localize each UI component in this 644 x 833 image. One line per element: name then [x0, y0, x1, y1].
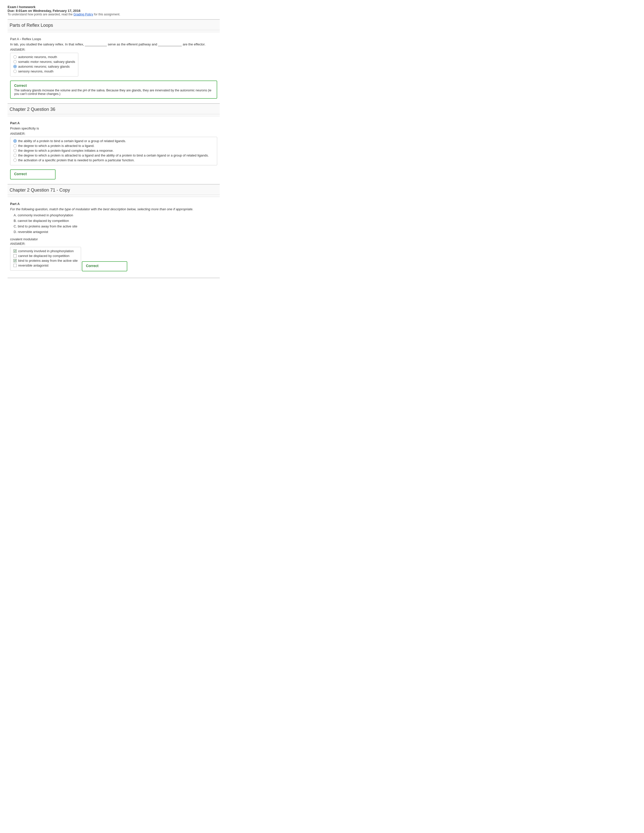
- section1-answer-label: ANSWER:: [10, 48, 217, 51]
- radio-s1-opt2[interactable]: [13, 60, 17, 63]
- section3-partA: Part A For the following question, match…: [8, 198, 220, 276]
- list-item: C. bind to proteins away from the active…: [14, 224, 217, 229]
- list-item[interactable]: ✓ commonly involved in phosphorylation: [13, 249, 78, 253]
- section2-title: Chapter 2 Question 36: [8, 104, 220, 114]
- section3-title: Chapter 2 Question 71 - Copy: [8, 185, 220, 195]
- list-item[interactable]: ✓ bind to proteins away from the active …: [13, 259, 78, 262]
- section3-options: ✓ commonly involved in phosphorylation c…: [10, 247, 81, 270]
- option-text: autonomic neurons; salivary glands: [18, 64, 70, 68]
- section1-divider: [8, 32, 220, 32]
- section-ch2-q36: Chapter 2 Question 36 Part A Protein spe…: [8, 104, 220, 182]
- section3-correct-label: Correct: [86, 264, 123, 268]
- list-item[interactable]: somatic motor neurons; salivary glands: [13, 60, 75, 64]
- section1-options: autonomic neurons, mouth somatic motor n…: [10, 53, 78, 77]
- radio-s2-opt3[interactable]: [13, 149, 17, 152]
- option-text: the degree to which a protein is attract…: [18, 153, 209, 157]
- list-item[interactable]: the degree to which a protein-ligand com…: [13, 149, 214, 153]
- grading-prefix: To understand how points are awarded, re…: [8, 13, 74, 16]
- due-date: Due: 8:01am on Wednesday, February 17, 2…: [8, 9, 220, 13]
- section3-correct-box: Correct: [82, 261, 127, 271]
- grading-info: To understand how points are awarded, re…: [8, 13, 220, 16]
- section1-question: In lab, you studied the salivary reflex.…: [10, 42, 217, 46]
- check-s3-opt2[interactable]: [13, 254, 17, 257]
- section1-correct-box: Correct The salivary glands increase the…: [10, 80, 217, 99]
- radio-s2-opt2[interactable]: [13, 144, 17, 148]
- list-item: B. cannot be displaced by competition: [14, 218, 217, 224]
- list-item[interactable]: the activation of a specific protein tha…: [13, 158, 214, 162]
- option-text: the degree to which a protein-ligand com…: [18, 149, 114, 153]
- list-item: A. commonly involved in phosphorylation: [14, 212, 217, 218]
- radio-s2-opt1[interactable]: [13, 139, 17, 143]
- section2-part-label: Part A: [10, 121, 217, 125]
- section2-options: the ability of a protein to bind a certa…: [10, 137, 217, 165]
- option-text: the ability of a protein to bind a certa…: [18, 139, 126, 143]
- section3-question: For the following question, match the ty…: [10, 207, 217, 211]
- option-text: the activation of a specific protein tha…: [18, 158, 135, 162]
- section-ch2-q71: Chapter 2 Question 71 - Copy Part A For …: [8, 185, 220, 276]
- radio-s2-opt5[interactable]: [13, 159, 17, 162]
- option-text: sensory neurons, mouth: [18, 69, 53, 73]
- check-s3-opt3[interactable]: ✓: [13, 259, 17, 262]
- option-text: cannot be displaced by competition: [18, 254, 69, 258]
- radio-s2-opt4[interactable]: [13, 154, 17, 157]
- option-text: commonly involved in phosphorylation: [18, 249, 74, 253]
- check-s3-opt4[interactable]: [13, 264, 17, 267]
- option-text: reversible antagonist: [18, 264, 48, 267]
- exam-title: Exam I homework: [8, 5, 220, 9]
- section2-answer-label: ANSWER:: [10, 132, 217, 135]
- section3-answer-label: ANSWER:: [10, 242, 217, 246]
- check-s3-opt1[interactable]: ✓: [13, 249, 17, 252]
- section3-list: A. commonly involved in phosphorylation …: [14, 212, 217, 235]
- option-text: bind to proteins away from the active si…: [18, 259, 78, 262]
- section3-bottom-divider: [8, 278, 220, 278]
- list-item[interactable]: the degree to which a protein is attract…: [13, 144, 214, 148]
- option-text: somatic motor neurons; salivary glands: [18, 60, 75, 64]
- option-text: the degree to which a protein is attract…: [18, 144, 95, 148]
- section1-partA: Part A - Reflex Loops In lab, you studie…: [8, 34, 220, 101]
- section1-correct-label: Correct: [14, 84, 213, 88]
- option-text: autonomic neurons, mouth: [18, 55, 57, 59]
- section2-correct-box: Correct: [10, 169, 56, 180]
- list-item: D. reversible antagonist: [14, 229, 217, 235]
- section2-correct-label: Correct: [14, 172, 52, 176]
- list-item[interactable]: the degree to which a protein is attract…: [13, 153, 214, 157]
- covalent-modulator-label: covalent modulator: [10, 237, 217, 241]
- section2-partA: Part A Protein specificity is ANSWER: th…: [8, 117, 220, 182]
- radio-s1-opt4[interactable]: [13, 70, 17, 73]
- list-item[interactable]: autonomic neurons; salivary glands: [13, 64, 75, 68]
- section1-title: Parts of Reflex Loops: [8, 20, 220, 30]
- list-item[interactable]: sensory neurons, mouth: [13, 69, 75, 73]
- section-reflex-loops: Parts of Reflex Loops Part A - Reflex Lo…: [8, 20, 220, 101]
- list-item[interactable]: the ability of a protein to bind a certa…: [13, 139, 214, 143]
- section1-part-label: Part A - Reflex Loops: [10, 37, 217, 41]
- radio-s1-opt3[interactable]: [13, 65, 17, 68]
- section3-part-label: Part A: [10, 202, 217, 206]
- section1-correct-text: The salivary glands increase the volume …: [14, 88, 213, 96]
- grading-suffix: for this assignment.: [93, 13, 120, 16]
- list-item[interactable]: reversible antagonist: [13, 264, 78, 267]
- page-header: Exam I homework Due: 8:01am on Wednesday…: [8, 5, 220, 16]
- section1-part-sub: Reflex Loops: [22, 37, 41, 41]
- grading-policy-link[interactable]: Grading Policy: [74, 13, 93, 16]
- list-item[interactable]: cannot be displaced by competition: [13, 254, 78, 258]
- radio-s1-opt1[interactable]: [13, 55, 17, 59]
- list-item[interactable]: autonomic neurons, mouth: [13, 55, 75, 59]
- section2-question: Protein specificity is: [10, 127, 217, 130]
